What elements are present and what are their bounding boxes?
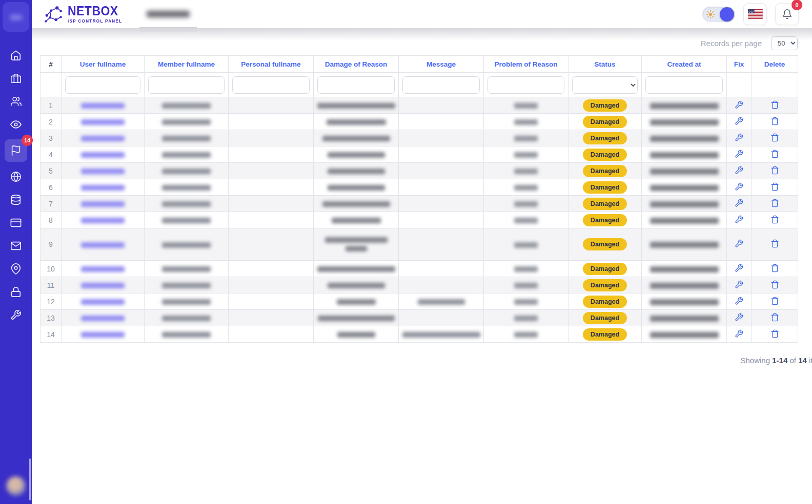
delete-button[interactable] — [770, 166, 779, 175]
us-flag-icon — [748, 9, 763, 19]
sidebar-item-users[interactable] — [5, 93, 27, 110]
sidebar-item-map-pin[interactable] — [5, 261, 27, 277]
theme-toggle-knob[interactable] — [720, 7, 734, 22]
language-button[interactable] — [743, 3, 767, 25]
header-tab-blurred[interactable] — [139, 0, 197, 28]
records-per-page-select[interactable]: 50 — [771, 36, 798, 50]
blurred-message — [418, 299, 465, 305]
column-header--[interactable]: # — [40, 56, 62, 73]
column-header-personal-fullname[interactable]: Personal fullname — [229, 56, 314, 73]
delete-button[interactable] — [770, 150, 779, 158]
column-header-message[interactable]: Message — [399, 56, 484, 73]
fix-button[interactable] — [735, 329, 743, 338]
delete-button[interactable] — [770, 100, 779, 109]
sidebar-item-wrench[interactable] — [5, 307, 27, 323]
delete-button[interactable] — [770, 239, 779, 248]
message-filter-input[interactable] — [402, 76, 480, 94]
fix-button[interactable] — [735, 297, 743, 305]
damage-reports-table: #User fullnameMember fullnamePersonal fu… — [40, 55, 798, 343]
column-header-problem-of-reason[interactable]: Problem of Reason — [484, 56, 569, 73]
problem-of-reason-filter-input[interactable] — [488, 76, 564, 94]
home-icon — [10, 50, 22, 61]
delete-button[interactable] — [770, 117, 779, 125]
fix-button[interactable] — [735, 117, 743, 125]
fix-button[interactable] — [735, 264, 743, 272]
fix-button[interactable] — [735, 100, 743, 109]
damage-of-reason-filter-input[interactable] — [317, 76, 395, 94]
column-header-fix[interactable]: Fix — [727, 56, 752, 73]
sidebar-item-database[interactable] — [5, 192, 27, 208]
blurred-user-fullname-link[interactable] — [81, 201, 125, 207]
status-filter-select[interactable] — [572, 76, 638, 94]
sidebar-item-home[interactable] — [5, 47, 27, 64]
sidebar-item-briefcase[interactable] — [5, 70, 27, 87]
fix-button[interactable] — [735, 150, 743, 158]
blurred-problem-of-reason — [514, 152, 538, 158]
sidebar-scrollbar[interactable] — [29, 458, 31, 500]
delete-button[interactable] — [770, 215, 779, 224]
sidebar-item-eye[interactable] — [5, 116, 27, 133]
sidebar-item-mail[interactable] — [5, 238, 27, 254]
fix-button[interactable] — [735, 182, 743, 191]
column-header-created-at[interactable]: Created at — [642, 56, 727, 73]
blurred-user-fullname-link[interactable] — [81, 103, 125, 109]
trash-icon — [770, 166, 779, 175]
delete-button[interactable] — [770, 329, 779, 338]
trash-icon — [770, 264, 779, 272]
blurred-user-fullname-link[interactable] — [81, 283, 125, 288]
blurred-user-fullname-link[interactable] — [81, 332, 125, 338]
theme-toggle[interactable] — [702, 7, 735, 22]
sidebar-item-globe[interactable] — [5, 169, 27, 185]
column-header-damage-of-reason[interactable]: Damage of Reason — [314, 56, 399, 73]
blurred-member-fullname — [162, 218, 211, 223]
sidebar-logo[interactable]: GH — [3, 2, 29, 32]
user-fullname-filter-input[interactable] — [65, 76, 140, 94]
blurred-damage-of-reason — [327, 119, 386, 125]
delete-button[interactable] — [770, 313, 779, 322]
records-per-page-label: Records per page — [701, 39, 762, 48]
created-at-filter-input[interactable] — [645, 76, 723, 94]
personal-fullname-cell — [229, 97, 314, 114]
fix-button[interactable] — [735, 313, 743, 322]
blurred-user-fullname-link[interactable] — [81, 169, 125, 174]
blurred-user-fullname-link[interactable] — [81, 119, 125, 125]
fix-button[interactable] — [735, 133, 743, 142]
delete-button[interactable] — [770, 133, 779, 142]
blurred-user-fullname-link[interactable] — [81, 242, 125, 248]
fix-button[interactable] — [735, 280, 743, 289]
blurred-damage-of-reason — [337, 332, 375, 338]
column-header-member-fullname[interactable]: Member fullname — [145, 56, 229, 73]
delete-button[interactable] — [770, 182, 779, 191]
sidebar-item-flag[interactable]: 14 — [5, 139, 27, 162]
column-header-user-fullname[interactable]: User fullname — [62, 56, 145, 73]
blurred-user-fullname-link[interactable] — [81, 136, 125, 141]
delete-button[interactable] — [770, 280, 779, 289]
flag-icon — [10, 145, 22, 156]
sidebar-item-lock[interactable] — [5, 284, 27, 300]
delete-button[interactable] — [770, 297, 779, 305]
status-badge: Damaged — [583, 149, 627, 161]
fix-button[interactable] — [735, 239, 743, 248]
member-fullname-filter-input[interactable] — [148, 76, 225, 94]
blurred-user-fullname-link[interactable] — [81, 218, 125, 223]
table-row: 6Damaged — [40, 179, 798, 196]
delete-button[interactable] — [770, 264, 779, 272]
user-avatar[interactable] — [6, 476, 26, 496]
blurred-user-fullname-link[interactable] — [81, 266, 125, 272]
blurred-user-fullname-link[interactable] — [81, 152, 125, 158]
column-header-delete[interactable]: Delete — [752, 56, 798, 73]
delete-button[interactable] — [770, 199, 779, 207]
trash-icon — [770, 199, 779, 207]
brand-logo[interactable]: NETBOX ISP CONTROL PANEL — [43, 4, 125, 25]
blurred-user-fullname-link[interactable] — [81, 316, 125, 321]
lock-icon — [10, 286, 22, 298]
fix-button[interactable] — [735, 166, 743, 175]
column-header-status[interactable]: Status — [569, 56, 642, 73]
blurred-user-fullname-link[interactable] — [81, 185, 125, 191]
fix-button[interactable] — [735, 215, 743, 224]
fix-button[interactable] — [735, 199, 743, 207]
blurred-user-fullname-link[interactable] — [81, 299, 125, 305]
personal-fullname-filter-input[interactable] — [232, 76, 310, 94]
notifications-button[interactable]: 0 — [775, 3, 799, 25]
sidebar-item-credit-card[interactable] — [5, 215, 27, 231]
